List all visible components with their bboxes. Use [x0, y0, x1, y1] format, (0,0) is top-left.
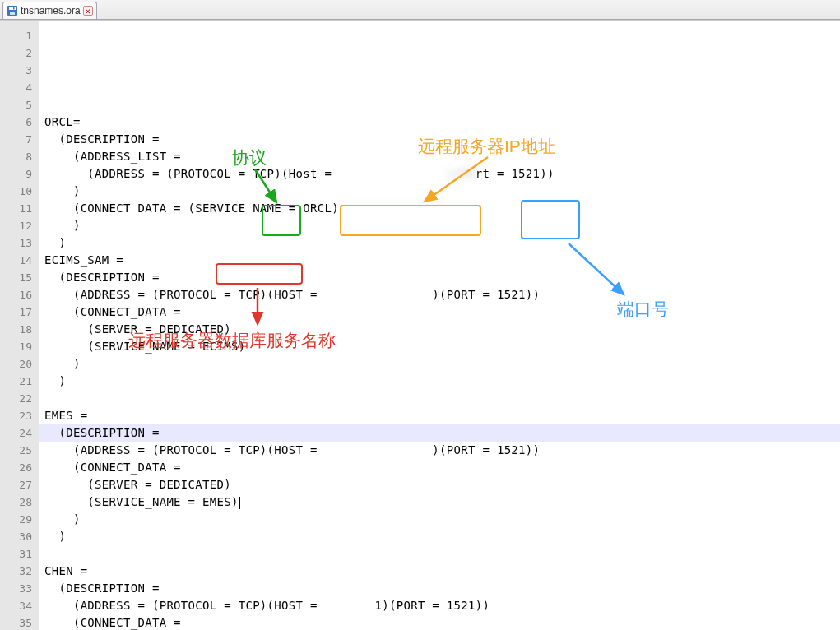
line-number: 22	[0, 390, 32, 407]
editor-area: 1234567891011121314151617181920212223242…	[0, 20, 840, 630]
code-line: (ADDRESS = (PROTOCOL = TCP)(HOST = 1)(PO…	[44, 597, 840, 614]
line-number: 7	[0, 131, 32, 148]
code-line: (SERVER = DEDICATED)	[44, 476, 840, 493]
svg-rect-3	[13, 7, 15, 10]
line-number: 18	[0, 321, 32, 338]
line-number: 34	[0, 597, 32, 614]
code-line: )	[44, 355, 840, 373]
file-tab[interactable]: tnsnames.ora ✕	[2, 2, 97, 19]
tab-bar: tnsnames.ora ✕	[0, 0, 840, 20]
code-line: )	[44, 234, 840, 252]
tab-filename: tnsnames.ora	[21, 5, 81, 16]
line-number: 17	[0, 303, 32, 321]
line-number: 31	[0, 545, 32, 563]
line-number: 6	[0, 113, 32, 131]
close-icon[interactable]: ✕	[83, 6, 93, 16]
code-line: ORCL=	[44, 113, 840, 131]
line-number: 11	[0, 200, 32, 217]
code-line: (CONNECT_DATA = (SERVICE_NAME = ORCL)	[44, 200, 840, 217]
line-number: 10	[0, 183, 32, 200]
line-number: 21	[0, 373, 32, 390]
code-line: (ADDRESS = (PROTOCOL = TCP)(HOST = )(POR…	[44, 442, 840, 459]
line-number: 20	[0, 355, 32, 373]
code-line: (SERVICE_NAME = ECIMS)	[44, 338, 840, 355]
code-line: )	[44, 217, 840, 234]
line-number: 23	[0, 407, 32, 424]
code-line: (ADDRESS_LIST =	[44, 148, 840, 165]
line-number: 29	[0, 511, 32, 528]
code-pane[interactable]: ORCL= (DESCRIPTION = (ADDRESS_LIST = (AD…	[39, 21, 840, 630]
line-number: 19	[0, 338, 32, 355]
line-gutter: 1234567891011121314151617181920212223242…	[0, 21, 39, 630]
code-line: )	[44, 183, 840, 200]
line-number: 26	[0, 459, 32, 476]
line-number: 4	[0, 79, 32, 96]
line-number: 14	[0, 252, 32, 269]
line-number: 3	[0, 62, 32, 79]
code-line: (SERVICE_NAME = EMES)	[44, 493, 840, 511]
code-line: )	[44, 511, 840, 528]
line-number: 8	[0, 148, 32, 165]
svg-rect-2	[10, 12, 15, 15]
code-line: EMES =	[44, 407, 840, 424]
code-line: (DESCRIPTION =	[44, 424, 840, 442]
code-line	[44, 390, 840, 407]
line-number: 13	[0, 234, 32, 252]
code-line: )	[44, 528, 840, 545]
code-line	[44, 545, 840, 563]
line-number: 30	[0, 528, 32, 545]
line-number: 1	[0, 27, 32, 44]
code-line: CHEN =	[44, 563, 840, 580]
code-line: (ADDRESS = (PROTOCOL = TCP)(HOST = )(POR…	[44, 286, 840, 303]
save-icon	[7, 5, 18, 16]
line-number: 28	[0, 493, 32, 511]
code-line: (DESCRIPTION =	[44, 580, 840, 597]
line-number: 5	[0, 96, 32, 113]
code-line: ECIMS_SAM =	[44, 252, 840, 269]
code-line	[44, 96, 840, 113]
code-line: (ADDRESS = (PROTOCOL = TCP)(Host = )(Por…	[44, 165, 840, 183]
text-cursor	[239, 497, 240, 509]
line-number: 24	[0, 424, 32, 442]
line-number: 32	[0, 563, 32, 580]
code-line: (DESCRIPTION =	[44, 131, 840, 148]
code-line: (CONNECT_DATA =	[44, 303, 840, 321]
line-number: 35	[0, 614, 32, 630]
line-number: 27	[0, 476, 32, 493]
svg-rect-1	[9, 7, 16, 10]
code-line: (CONNECT_DATA =	[44, 459, 840, 476]
code-line: (CONNECT_DATA =	[44, 614, 840, 630]
code-line: (SERVER = DEDICATED)	[44, 321, 840, 338]
line-number: 9	[0, 165, 32, 183]
line-number: 16	[0, 286, 32, 303]
code-line: (DESCRIPTION =	[44, 269, 840, 286]
line-number: 25	[0, 442, 32, 459]
line-number: 33	[0, 580, 32, 597]
code-line: )	[44, 373, 840, 390]
line-number: 12	[0, 217, 32, 234]
line-number: 2	[0, 44, 32, 62]
line-number: 15	[0, 269, 32, 286]
